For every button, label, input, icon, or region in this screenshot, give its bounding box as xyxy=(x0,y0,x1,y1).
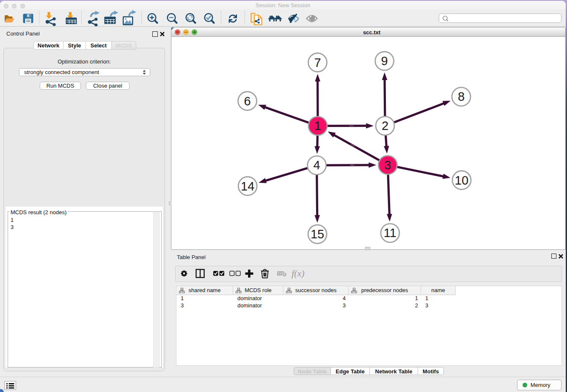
svg-text:f(x): f(x) xyxy=(292,268,305,279)
svg-text:3: 3 xyxy=(384,158,391,172)
svg-text:10: 10 xyxy=(455,174,468,187)
svg-text:1: 1 xyxy=(314,119,321,133)
svg-text:14: 14 xyxy=(241,179,254,193)
svg-text:8: 8 xyxy=(458,90,465,103)
svg-text:11: 11 xyxy=(384,226,396,240)
svg-text:2: 2 xyxy=(382,119,388,133)
svg-text:7: 7 xyxy=(314,56,321,69)
svg-text:15: 15 xyxy=(311,227,324,241)
svg-text:4: 4 xyxy=(314,158,320,172)
svg-text:9: 9 xyxy=(381,54,388,68)
svg-text:6: 6 xyxy=(244,94,251,108)
